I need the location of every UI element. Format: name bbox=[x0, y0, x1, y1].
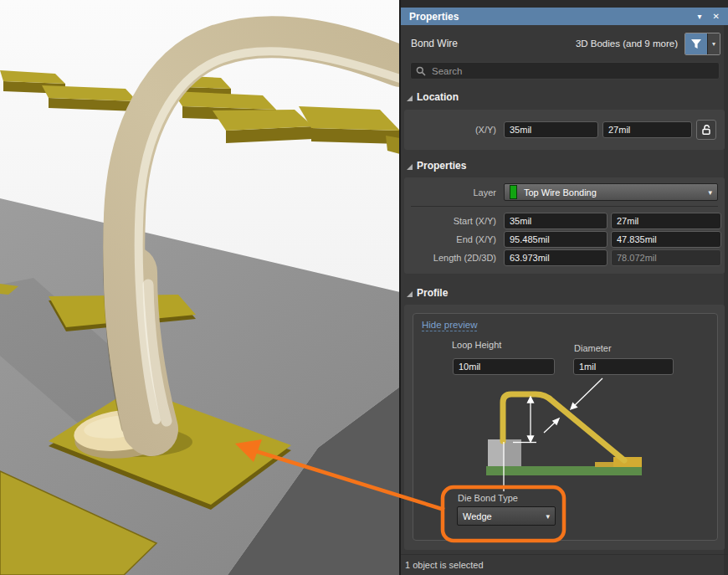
loop-height-input[interactable] bbox=[453, 358, 555, 375]
location-y-input[interactable] bbox=[602, 121, 692, 138]
object-type-label: Bond Wire bbox=[411, 38, 576, 49]
die-bond-type-label: Die Bond Type bbox=[458, 493, 518, 503]
section-header-properties[interactable]: Properties bbox=[407, 160, 466, 172]
layer-color-swatch bbox=[510, 185, 517, 199]
unlock-icon bbox=[700, 124, 712, 136]
profile-group: Hide preview Loop Height Diameter Die Bo… bbox=[404, 305, 725, 550]
search-box bbox=[410, 62, 720, 80]
section-header-profile[interactable]: Profile bbox=[407, 287, 448, 299]
panel-title: Properties bbox=[409, 11, 687, 23]
xy-label: (X/Y) bbox=[404, 125, 496, 135]
preview-board bbox=[486, 466, 642, 475]
filter-dropdown-button[interactable]: ▾ bbox=[707, 33, 720, 54]
loop-height-arrow bbox=[513, 397, 536, 443]
collapse-triangle-icon bbox=[407, 164, 413, 170]
start-xy-label: Start (X/Y) bbox=[404, 216, 496, 226]
chevron-down-icon: ▾ bbox=[712, 40, 715, 48]
end-y-input[interactable] bbox=[611, 231, 721, 248]
hide-preview-link[interactable]: Hide preview bbox=[422, 320, 477, 331]
search-icon bbox=[416, 66, 426, 76]
loop-height-label: Loop Height bbox=[452, 340, 501, 350]
start-y-input[interactable] bbox=[611, 213, 721, 229]
pcb-3d-viewport[interactable] bbox=[0, 0, 400, 575]
collapse-triangle-icon bbox=[407, 95, 413, 101]
layer-label: Layer bbox=[404, 187, 496, 198]
layer-dropdown[interactable]: Top Wire Bonding ▾ bbox=[504, 183, 718, 201]
close-icon[interactable]: ✕ bbox=[713, 13, 720, 21]
end-xy-label: End (X/Y) bbox=[404, 234, 496, 244]
filter-button-group: ▾ bbox=[684, 33, 720, 55]
section-header-location[interactable]: Location bbox=[407, 91, 459, 103]
diameter-input[interactable] bbox=[573, 358, 674, 375]
location-group: (X/Y) bbox=[404, 110, 725, 150]
separator bbox=[411, 206, 718, 207]
chevron-down-icon: ▾ bbox=[546, 512, 550, 521]
profile-preview: Hide preview Loop Height Diameter Die Bo… bbox=[413, 313, 718, 541]
search-input[interactable] bbox=[430, 65, 714, 77]
diameter-label: Diameter bbox=[574, 343, 612, 353]
lock-button[interactable] bbox=[696, 120, 716, 140]
length-2d-input[interactable] bbox=[504, 249, 608, 266]
start-x-input[interactable] bbox=[504, 213, 608, 229]
collapse-triangle-icon bbox=[407, 291, 413, 297]
pcb-3d-scene bbox=[0, 0, 400, 575]
end-x-input[interactable] bbox=[504, 231, 608, 248]
status-bar: 1 object is selected bbox=[401, 554, 728, 570]
diameter-arrow bbox=[544, 378, 602, 433]
chevron-down-icon: ▾ bbox=[708, 188, 712, 197]
filter-scope-label: 3D Bodies (and 9 more) bbox=[576, 39, 678, 49]
properties-panel: Properties ▾ ✕ Bond Wire 3D Bodies (and … bbox=[399, 0, 728, 575]
length-label: Length (2D/3D) bbox=[404, 253, 496, 263]
funnel-icon bbox=[690, 39, 702, 49]
panel-menu-icon[interactable]: ▾ bbox=[698, 13, 702, 21]
die-bond-type-dropdown[interactable]: Wedge ▾ bbox=[457, 506, 556, 526]
properties-group: Layer Top Wire Bonding ▾ Start (X/Y) End… bbox=[404, 177, 725, 274]
application-window: Properties ▾ ✕ Bond Wire 3D Bodies (and … bbox=[0, 0, 728, 575]
panel-top-strip bbox=[401, 0, 728, 8]
location-x-input[interactable] bbox=[504, 121, 598, 138]
filter-button[interactable] bbox=[685, 33, 707, 54]
length-3d-input bbox=[611, 249, 721, 266]
object-header-row: Bond Wire 3D Bodies (and 9 more) ▾ bbox=[411, 32, 720, 55]
status-text: 1 object is selected bbox=[405, 560, 484, 570]
layer-value: Top Wire Bonding bbox=[524, 187, 708, 198]
die-bond-type-value: Wedge bbox=[463, 511, 546, 521]
panel-titlebar: Properties ▾ ✕ bbox=[401, 8, 728, 25]
